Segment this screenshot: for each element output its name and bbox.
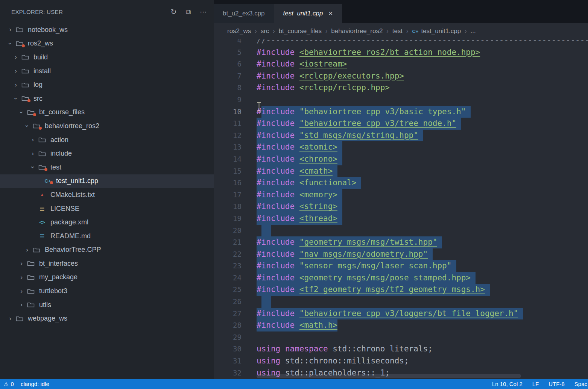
tree-item-my_package[interactable]: ›my_package (0, 271, 214, 285)
tree-item-src[interactable]: ›src (0, 92, 214, 106)
breadcrumb: ros2_ws›src›bt_course_files›behaviortree… (214, 23, 588, 39)
tree-item-utils[interactable]: ›utils (0, 298, 214, 312)
line-content: #include <iostream> (257, 58, 347, 70)
chevron-right-icon[interactable]: › (6, 315, 14, 322)
code-token: <rclcpp/executors.hpp> (299, 70, 404, 82)
tree-item-webpage_ws[interactable]: ›webpage_ws (0, 312, 214, 325)
tree-item-behaviortree_ros2[interactable]: ›behaviortree_ros2 (0, 119, 214, 133)
code-token: <iostream> (299, 58, 347, 70)
tab-bt_u2_ex3.cpp[interactable]: bt_u2_ex3.cpp (214, 4, 274, 23)
tree-item-ros2_ws[interactable]: ›ros2_ws (0, 37, 214, 51)
line-number: 32 (214, 367, 242, 379)
line-content: #include <math.h> (257, 319, 337, 331)
line-content: #include "behaviortree_cpp_v3/loggers/bt… (257, 308, 523, 320)
tree-item-install[interactable]: ›install (0, 64, 214, 78)
code-line-22: 22#include "nav_msgs/msg/odometry.hpp" (214, 248, 588, 260)
editor-group: bt_u2_ex3.cpptest_unit1.cpp✕ ros2_ws›src… (214, 0, 588, 379)
breadcrumb-item-src[interactable]: src (261, 27, 269, 35)
line-content: #include <geometry_msgs/msg/pose_stamped… (257, 272, 476, 284)
horizontal-scrollbar[interactable] (257, 374, 521, 378)
encoding-indicator[interactable]: UTF-8 (548, 381, 565, 387)
tree-item-bt_course_files[interactable]: ›bt_course_files (0, 106, 214, 120)
chevron-right-icon[interactable]: › (17, 260, 26, 267)
cursor-position-label: Ln 10, Col 2 (492, 381, 523, 387)
tree-item-BehaviorTree.CPP[interactable]: ›BehaviorTree.CPP (0, 243, 214, 257)
tree-item-bt_interfaces[interactable]: ›bt_interfaces (0, 257, 214, 271)
code-token (337, 189, 342, 201)
breadcrumb-item-test[interactable]: test (392, 27, 403, 35)
chevron-down-icon[interactable]: › (6, 39, 14, 48)
code-line-8: 8#include <rclcpp/rclcpp.hpp> (214, 82, 588, 94)
chevron-down-icon[interactable]: › (29, 163, 36, 171)
folder-icon (26, 274, 36, 280)
code-token: using (257, 355, 280, 367)
tree-item-CMakeLists.txt[interactable]: ▲CMakeLists.txt (0, 188, 214, 202)
tree-item-LICENSE[interactable]: ☰LICENSE (0, 202, 214, 216)
indentation-indicator[interactable]: Spac (574, 381, 587, 387)
chevron-down-icon[interactable]: › (18, 108, 25, 117)
main-area: EXPLORER: USER ↻⧉⋯ ›notebook_ws›ros2_ws›… (0, 0, 588, 379)
tree-item-label: utils (39, 301, 51, 309)
chevron-right-icon[interactable]: › (12, 53, 20, 61)
line-number: 17 (214, 189, 242, 201)
code-token: "behaviortree_cpp_v3/tree_node.h" (299, 118, 456, 130)
breadcrumb-item-behaviortree_ros2[interactable]: behaviortree_ros2 (331, 27, 383, 35)
code-line-12: 12#include "std_msgs/msg/string.hpp" (214, 130, 588, 142)
tree-item-README.md[interactable]: ☰README.md (0, 229, 214, 243)
chevron-down-icon[interactable]: › (23, 122, 31, 130)
cursor-position[interactable]: Ln 10, Col 2 (492, 381, 523, 387)
tab-bar: bt_u2_ex3.cpptest_unit1.cpp✕ (214, 0, 588, 23)
line-number: 19 (214, 213, 242, 225)
eol-label: LF (532, 381, 539, 387)
tree-item-action[interactable]: ›action (0, 133, 214, 147)
chevron-right-icon[interactable]: › (23, 246, 31, 254)
tree-item-label: test (50, 163, 61, 171)
line-content: #include <behaviortree_ros2/bt_action_no… (257, 47, 480, 59)
more-actions-icon[interactable]: ⋯ (200, 8, 207, 15)
tree-item-log[interactable]: ›log (0, 78, 214, 92)
line-content: using std::chrono::milliseconds; (257, 355, 409, 367)
breadcrumb-item-ros2_ws[interactable]: ros2_ws (227, 27, 251, 35)
line-content: #include <rclcpp/rclcpp.hpp> (257, 82, 390, 94)
chevron-right-icon[interactable]: › (6, 26, 14, 33)
chevron-right-icon[interactable]: › (29, 150, 37, 157)
tree-item-test[interactable]: ›test (0, 160, 214, 174)
folder-icon (37, 151, 47, 157)
breadcrumb-item-...[interactable]: ... (471, 27, 476, 35)
close-icon[interactable]: ✕ (328, 10, 333, 17)
refresh-icon[interactable]: ↻ (171, 8, 177, 15)
chevron-right-icon[interactable]: › (29, 136, 37, 144)
chevron-right-icon[interactable]: › (12, 67, 20, 75)
tree-item-build[interactable]: ›build (0, 50, 214, 64)
line-content: #include <tf2_geometry_msgs/tf2_geometry… (257, 284, 490, 296)
breadcrumb-item-test_unit1.cpp[interactable]: C+test_unit1.cpp (412, 27, 461, 35)
chevron-right-icon[interactable]: › (17, 301, 26, 309)
code-token: "geometry_msgs/msg/twist.hpp" (299, 236, 438, 248)
breadcrumb-label: src (261, 27, 269, 35)
cpp-file-icon: C+ (412, 29, 418, 34)
code-line-16: 16#include <functional> (214, 177, 588, 189)
chevron-right-icon[interactable]: › (17, 288, 26, 295)
tree-item-turtlebot3[interactable]: ›turtlebot3 (0, 284, 214, 298)
tree-item-notebook_ws[interactable]: ›notebook_ws (0, 23, 214, 37)
tree-item-test_unit1.cpp[interactable]: C+test_unit1.cpp (0, 174, 214, 188)
collapse-folders-icon[interactable]: ⧉ (185, 8, 191, 15)
code-token: <behaviortree_ros2/bt_action_node.hpp> (299, 47, 480, 59)
tree-item-include[interactable]: ›include (0, 147, 214, 160)
language-server-status[interactable]: clangd: idle (21, 381, 49, 387)
problems-indicator[interactable]: ⚠ 0 (4, 381, 14, 387)
code-token: "std_msgs/msg/string.hpp" (299, 130, 418, 142)
breadcrumb-item-bt_course_files[interactable]: bt_course_files (279, 27, 322, 35)
tree-item-package.xml[interactable]: <>package.xml (0, 215, 214, 229)
code-token: namespace (285, 343, 328, 355)
eol-indicator[interactable]: LF (532, 381, 539, 387)
tab-test_unit1.cpp[interactable]: test_unit1.cpp✕ (274, 4, 342, 23)
tree-item-label: notebook_ws (28, 26, 68, 34)
tree-item-label: behaviortree_ros2 (45, 122, 99, 130)
folder-icon (14, 27, 25, 33)
chevron-right-icon[interactable]: › (17, 274, 26, 281)
chevron-right-icon[interactable]: › (12, 81, 20, 89)
tree-item-label: webpage_ws (28, 315, 67, 322)
chevron-down-icon[interactable]: › (12, 94, 20, 103)
code-editor[interactable]: 4//-------------------------------------… (214, 39, 588, 379)
